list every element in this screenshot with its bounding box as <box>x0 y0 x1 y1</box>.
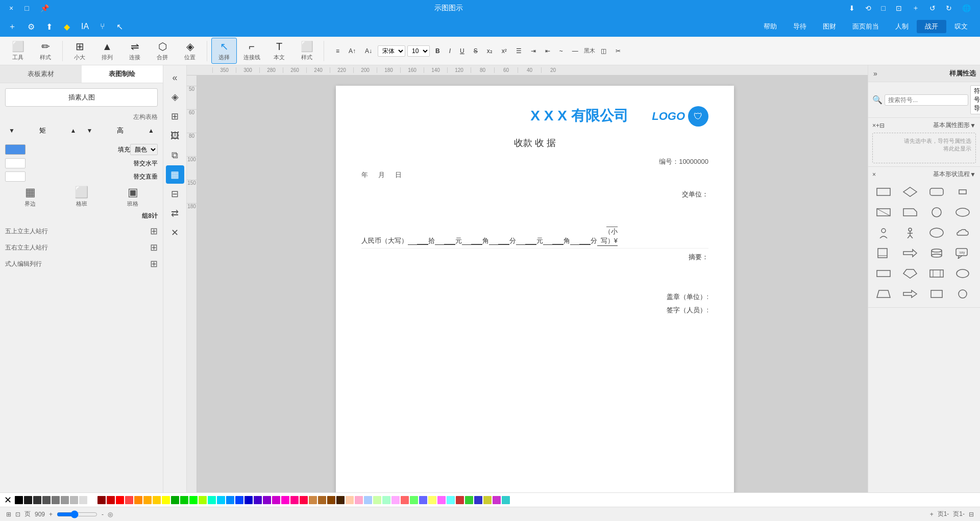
color-swatch-item[interactable] <box>226 496 234 504</box>
size-group[interactable]: ⊞ 小大 <box>67 38 92 63</box>
color-swatch-item[interactable] <box>52 496 60 504</box>
strip-chart-icon[interactable]: ⊟ <box>166 185 184 203</box>
menu-text-icon[interactable]: IA <box>77 20 93 33</box>
form-icon-table[interactable]: ▣ 班格 <box>127 186 138 208</box>
color-swatch-item[interactable] <box>199 496 207 504</box>
shape-arrow-box[interactable] <box>899 245 921 261</box>
color-swatch-item[interactable] <box>493 496 501 504</box>
close-btn[interactable]: × <box>6 3 16 13</box>
color-swatch-item[interactable] <box>290 496 299 504</box>
menu-help[interactable]: 帮助 <box>755 20 785 33</box>
color-swatch-item[interactable] <box>263 496 271 504</box>
shapes-expand-icon[interactable]: ▼ <box>970 171 976 178</box>
color-swatch-item[interactable] <box>208 496 216 504</box>
fill-color-swatch[interactable] <box>5 144 26 155</box>
color-swatch-item[interactable] <box>180 496 188 504</box>
arrange-group[interactable]: ▲ 排列 <box>94 39 120 63</box>
color-swatch-item[interactable] <box>134 496 142 504</box>
menu-text[interactable]: 叹文 <box>946 20 976 33</box>
title-right-icon3[interactable]: □ <box>878 3 889 13</box>
shape-rect[interactable] <box>872 184 895 200</box>
font-size-down[interactable]: A↓ <box>361 46 376 56</box>
form-icon-border[interactable]: ▦ 界边 <box>24 186 36 208</box>
position-group[interactable]: ◈ 位置 <box>177 38 203 63</box>
color-swatch-item[interactable] <box>401 496 409 504</box>
color-swatch-item[interactable] <box>382 496 390 504</box>
tool-group[interactable]: ⬜ 工具 <box>5 38 31 63</box>
menu-open[interactable]: 战开 <box>917 20 946 33</box>
shape-small-rect[interactable] <box>951 184 974 200</box>
strip-fill-icon[interactable]: ◈ <box>166 88 184 106</box>
prop-plus-icon[interactable]: + <box>876 122 879 129</box>
shape-cylinder[interactable] <box>925 245 948 261</box>
width-down-btn[interactable]: ▼ <box>5 126 18 136</box>
color-swatch-item[interactable] <box>502 496 510 504</box>
shape-oval[interactable] <box>925 225 948 241</box>
paste-style-btn[interactable]: ✂ <box>612 46 624 56</box>
shape-pentagon[interactable] <box>899 265 921 282</box>
page-layout-icon[interactable]: ⊟ <box>969 511 974 518</box>
strip-formula-icon[interactable]: ⇄ <box>166 204 184 222</box>
menu-branch-icon[interactable]: ⑂ <box>96 20 109 33</box>
zoom-slider[interactable] <box>57 510 97 518</box>
nav-icon[interactable]: ◎ <box>108 511 113 518</box>
strip-layers-icon[interactable]: ⧉ <box>166 146 184 164</box>
shape-arrow2[interactable] <box>899 286 921 302</box>
color-swatch-item[interactable] <box>97 496 106 504</box>
vline-color-swatch[interactable] <box>5 171 26 182</box>
format-subscript[interactable]: x₂ <box>483 46 496 56</box>
page-prev[interactable]: + <box>930 511 934 518</box>
color-swatch-item[interactable] <box>428 496 436 504</box>
color-swatch-item[interactable] <box>107 496 115 504</box>
color-swatch-item[interactable] <box>410 496 418 504</box>
menu-gear-icon[interactable]: ⚙ <box>23 20 39 34</box>
width-up-btn[interactable]: ▲ <box>67 126 80 136</box>
tmpl2-icon[interactable]: ⊞ <box>150 242 158 253</box>
font-family-select[interactable]: 宋体 <box>378 45 405 57</box>
minimize-btn[interactable]: □ <box>21 3 32 13</box>
combine-group[interactable]: ⬡ 合拼 <box>150 38 175 63</box>
shape-rect7[interactable] <box>925 286 948 302</box>
format-extra1[interactable]: ~ <box>556 46 567 56</box>
color-swatch-item[interactable] <box>300 496 308 504</box>
shape-oval5[interactable] <box>951 265 974 282</box>
connect-group[interactable]: ⇌ 连接 <box>122 38 148 63</box>
format-indent[interactable]: ⇥ <box>527 46 540 56</box>
shape-rect5[interactable] <box>872 265 895 282</box>
color-swatch-item[interactable] <box>318 496 326 504</box>
insert-image-btn[interactable]: 插素人图 <box>5 88 158 107</box>
shape-ellipse[interactable] <box>951 204 974 220</box>
zoom-out-btn[interactable]: - <box>102 511 104 518</box>
strip-image-icon[interactable]: 🖼 <box>166 127 184 145</box>
color-swatch-item[interactable] <box>336 496 345 504</box>
color-swatch-item[interactable] <box>391 496 400 504</box>
shape-trapezoid[interactable] <box>872 286 895 302</box>
menu-current-page[interactable]: 面页前当 <box>844 20 887 33</box>
shape-diamond[interactable] <box>899 184 921 200</box>
format-outdent[interactable]: ⇤ <box>542 46 554 56</box>
color-swatch-item[interactable] <box>79 496 87 504</box>
menu-person[interactable]: 人制 <box>887 20 917 33</box>
shape-rect-cut[interactable] <box>899 204 921 220</box>
copy-style-btn[interactable]: ◫ <box>597 46 610 56</box>
color-swatch-item[interactable] <box>162 496 170 504</box>
format-underline[interactable]: U <box>456 46 468 56</box>
font-size-up[interactable]: A↑ <box>345 46 359 56</box>
fill-style-select[interactable]: 颜色 <box>130 144 158 155</box>
shape-rect6[interactable] <box>925 265 948 282</box>
format-bold[interactable]: B <box>432 46 444 56</box>
page-next[interactable]: 页1- <box>953 510 965 518</box>
color-swatch-item[interactable] <box>373 496 381 504</box>
height-up-btn[interactable]: ▲ <box>144 126 158 136</box>
table-tmpl-2[interactable]: 五右立主人站行 ⊞ <box>5 241 158 254</box>
color-swatch-item[interactable] <box>88 496 96 504</box>
strip-collapse-icon[interactable]: « <box>166 68 184 87</box>
pin-btn[interactable]: 📌 <box>37 3 52 13</box>
canvas-scroll[interactable]: 50 60 80 100 150 180 X X X 有限公司 LOGO 🛡 <box>187 76 868 492</box>
search-input[interactable] <box>885 94 968 106</box>
shape-say-bubble[interactable]: say <box>951 245 974 261</box>
expand-icon[interactable]: ⊡ <box>15 511 20 518</box>
zoom-in-btn[interactable]: + <box>49 511 53 518</box>
shape-rect-open[interactable] <box>872 204 895 220</box>
align-left-btn[interactable]: ≡ <box>332 46 343 56</box>
